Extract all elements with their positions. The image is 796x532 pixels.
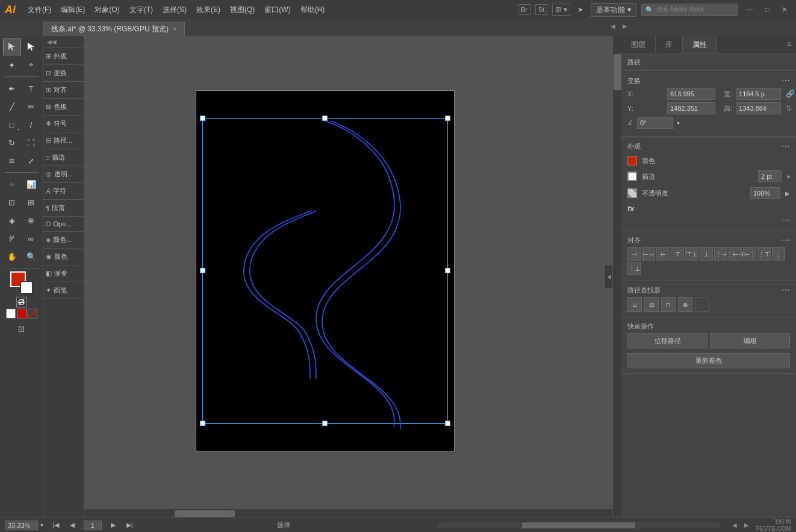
page-input[interactable] xyxy=(84,521,102,530)
align-more-btn[interactable]: ⋯ xyxy=(782,235,790,245)
height-input[interactable] xyxy=(736,102,781,114)
panel-collapse-handle[interactable]: ◀◀ xyxy=(43,36,84,48)
change-screen-mode[interactable]: ⊡ xyxy=(13,322,31,335)
appearance-options-btn[interactable]: ⋯ xyxy=(782,215,790,225)
zoom-control[interactable]: ▾ xyxy=(5,521,43,530)
prev-page-btn[interactable]: ◀ xyxy=(68,521,76,529)
horizontal-scrollbar[interactable] xyxy=(84,509,612,518)
mesh-tool[interactable]: ⊗ xyxy=(22,212,40,229)
gradient-panel-item[interactable]: ◧ 渐变 xyxy=(43,265,84,282)
rotate-tool[interactable]: ↻ xyxy=(3,134,21,151)
right-collapse-handle[interactable]: ◀ xyxy=(605,265,613,289)
transform-panel-item[interactable]: ⊡ 变换 xyxy=(43,65,84,82)
width-input[interactable] xyxy=(736,88,781,100)
scroll-right-btn[interactable]: ▶ xyxy=(744,522,749,528)
transparency-panel-item[interactable]: ◎ 透明... xyxy=(43,166,84,183)
pathfinder-intersect[interactable]: ⊓ xyxy=(661,297,676,312)
opacity-dropdown[interactable]: ▶ xyxy=(785,190,790,197)
distribute-vertical[interactable]: ⋮ xyxy=(772,247,785,261)
page-scroll-thumb[interactable] xyxy=(522,522,635,528)
pathfinder-more-btn[interactable]: ⋯ xyxy=(782,285,790,295)
align-horizontal-center[interactable]: ⊢⊣ xyxy=(642,247,655,261)
tab-library[interactable]: 库 xyxy=(656,36,683,54)
colorguide-panel-item[interactable]: ◈ 颜色... xyxy=(43,232,84,249)
transform-more-btn[interactable]: ⋯ xyxy=(782,76,790,85)
align-top-edge[interactable]: ⊤ xyxy=(671,247,684,261)
stroke-width-input[interactable] xyxy=(758,170,782,182)
align-panel-item[interactable]: ⊞ 对齐 xyxy=(43,82,84,99)
vertical-scroll-thumb[interactable] xyxy=(614,54,621,90)
menu-select[interactable]: 选择(S) xyxy=(158,2,191,17)
zoom-input[interactable] xyxy=(5,521,38,530)
paintbrush-tool[interactable]: / xyxy=(22,116,40,133)
direct-selection-tool[interactable] xyxy=(22,39,40,55)
color-swatch-white[interactable] xyxy=(6,309,16,318)
document-tab[interactable]: 线条.ai* @ 33.33% (RGB/GPU 预览) × xyxy=(43,22,185,36)
zoom-tool[interactable]: 🔍 xyxy=(22,248,40,265)
panel-collapse-right[interactable]: ▶ xyxy=(623,23,627,29)
menu-edit[interactable]: 编辑(E) xyxy=(56,2,90,17)
magic-wand-tool[interactable]: ✦ xyxy=(3,57,21,73)
horizontal-scroll-thumb[interactable] xyxy=(175,510,235,517)
send-icon[interactable]: ➤ xyxy=(575,4,586,15)
slice-tool[interactable]: ⊞ xyxy=(22,194,40,211)
artwork-canvas[interactable] xyxy=(196,90,455,451)
stroke-color[interactable] xyxy=(20,281,33,294)
hand-tool[interactable]: ✋ xyxy=(3,248,21,265)
link-proportions-icon[interactable]: 🔗 xyxy=(786,90,795,98)
next-page-btn[interactable]: ▶ xyxy=(109,521,117,529)
color-panel-item[interactable]: ◉ 颜色 xyxy=(43,249,84,265)
warp-tool[interactable]: ≋ xyxy=(3,152,21,169)
column-graph-tool[interactable]: 📊 xyxy=(22,176,40,193)
maximize-icon[interactable]: □ xyxy=(762,4,773,15)
stock-icon[interactable]: St xyxy=(535,4,547,15)
opacity-input[interactable] xyxy=(750,187,780,199)
tab-properties[interactable]: 属性 xyxy=(683,36,717,54)
first-page-btn[interactable]: |◀ xyxy=(51,521,61,529)
fill-swatch[interactable] xyxy=(627,156,637,165)
line-tool[interactable]: ╱ xyxy=(3,98,21,115)
zoom-dropdown-arrow[interactable]: ▾ xyxy=(40,522,43,528)
paragraph-panel-item[interactable]: ¶ 段落 xyxy=(43,200,84,217)
workspace-dropdown[interactable]: 基本功能 ▾ xyxy=(591,3,636,17)
appearance-more-btn[interactable]: ⋯ xyxy=(782,141,790,151)
artboard-tool[interactable]: ⊡ xyxy=(3,194,21,211)
y-input[interactable] xyxy=(667,102,715,114)
stroke-swatch[interactable] xyxy=(627,172,637,181)
vertical-scrollbar[interactable] xyxy=(612,36,621,518)
align-vertical-center[interactable]: ⊤⊥ xyxy=(685,247,698,261)
align-right-edge[interactable]: ⊢ xyxy=(656,247,670,261)
fx-item[interactable]: fx xyxy=(627,202,790,215)
x-input[interactable] xyxy=(667,88,715,100)
pathfinder-unite[interactable]: ⊔ xyxy=(627,297,642,312)
tab-close-button[interactable]: × xyxy=(173,26,177,32)
fill-stroke-wells[interactable] xyxy=(10,271,33,294)
opentype-panel-item[interactable]: O Ope... xyxy=(43,217,84,232)
character-panel-item[interactable]: A 字符 xyxy=(43,183,84,200)
angle-input[interactable] xyxy=(637,117,673,129)
stroke-width-dropdown[interactable]: ▾ xyxy=(787,173,790,180)
stroke-item[interactable]: 描边 ▾ xyxy=(627,168,790,185)
path-panel-item[interactable]: ⊟ 路径... xyxy=(43,132,84,149)
distribute-left[interactable]: ⋮⊣ xyxy=(714,247,727,261)
pathfinder-exclude[interactable]: ⊕ xyxy=(678,297,692,312)
pathfinder-minus-front[interactable]: ⊟ xyxy=(644,297,659,312)
free-transform-tool[interactable]: ⤢ xyxy=(22,152,40,169)
group-btn[interactable]: 编组 xyxy=(710,333,790,348)
selection-tool[interactable] xyxy=(3,39,21,55)
minimize-icon[interactable]: — xyxy=(742,4,757,15)
menu-window[interactable]: 窗口(W) xyxy=(260,2,295,17)
menu-text[interactable]: 文字(T) xyxy=(125,2,158,17)
gradient-tool[interactable]: ◈ xyxy=(3,212,21,229)
stock-search[interactable]: 🔍 搜索 Adobe Stock xyxy=(641,4,738,16)
panel-options-btn[interactable]: ≡ xyxy=(782,36,796,54)
color-swatch-red[interactable] xyxy=(17,309,26,318)
fill-item[interactable]: 填色 xyxy=(627,153,790,168)
menu-help[interactable]: 帮助(H) xyxy=(296,2,330,17)
type-tool[interactable]: T xyxy=(22,80,40,97)
eyedropper-tool[interactable]: 🖗 xyxy=(3,230,21,247)
pencil-tool[interactable]: ✏ xyxy=(22,98,40,115)
none-swatch[interactable]: Ø xyxy=(16,297,27,308)
brush-panel-item[interactable]: ✦ 画笔 xyxy=(43,282,84,299)
grid-icon[interactable]: ⊞ ▾ xyxy=(552,4,570,16)
